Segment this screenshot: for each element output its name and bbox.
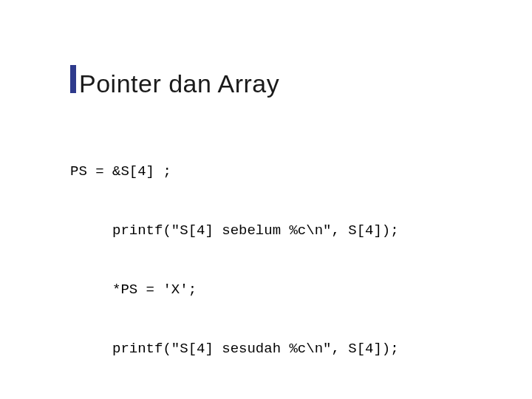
slide: Pointer dan Array PS = &S[4] ; printf("S… [0, 0, 532, 399]
slide-title: Pointer dan Array [79, 71, 279, 98]
title-row: Pointer dan Array [70, 65, 279, 98]
code-line: PS = &S[4] ; [70, 165, 399, 179]
code-line: printf("S[4] sesudah %c\n", S[4]); [70, 342, 399, 356]
code-block: PS = &S[4] ; printf("S[4] sebelum %c\n",… [70, 137, 399, 399]
code-line: printf("S[4] sebelum %c\n", S[4]); [70, 224, 399, 238]
title-accent-bar [70, 65, 76, 93]
code-line: *PS = 'X'; [70, 283, 399, 297]
